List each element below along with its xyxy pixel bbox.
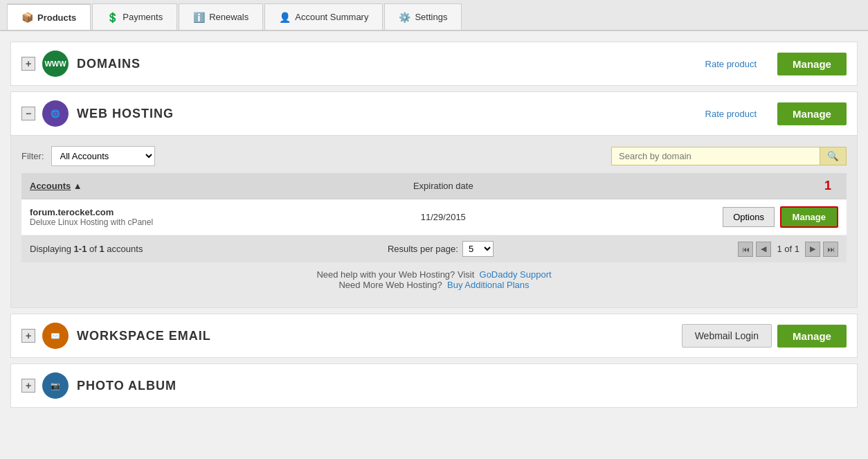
search-container: 🔍 bbox=[162, 147, 847, 165]
options-button[interactable]: Options bbox=[723, 207, 775, 227]
workspace-section: + ✉️ WORKSPACE EMAIL Webmail Login Manag… bbox=[10, 314, 858, 358]
results-per-page: Results per page: 5 10 25 50 bbox=[388, 241, 494, 257]
search-button[interactable]: 🔍 bbox=[820, 147, 846, 165]
godaddy-support-link[interactable]: GoDaddy Support bbox=[480, 269, 552, 280]
webhosting-rate-link[interactable]: Rate product bbox=[705, 109, 757, 119]
tab-products[interactable]: 📦 Products bbox=[7, 3, 91, 30]
filter-label: Filter: bbox=[21, 151, 44, 161]
filter-bar: Filter: All Accounts Active Expired Pend… bbox=[21, 146, 847, 166]
page-nav: ⏮ ◀ 1 of 1 ▶ ⏭ bbox=[738, 242, 838, 257]
pagination-bar: Displaying 1-1 of 1 accounts Results per… bbox=[21, 235, 847, 262]
photoalbum-name: PHOTO ALBUM bbox=[77, 379, 847, 393]
domains-manage-button[interactable]: Manage bbox=[777, 53, 847, 75]
next-page-button[interactable]: ▶ bbox=[805, 242, 820, 257]
webhosting-logo: 🌐 bbox=[42, 100, 69, 127]
domains-rate-link[interactable]: Rate product bbox=[705, 59, 757, 69]
row-count-badge: 1 bbox=[824, 179, 831, 193]
per-page-select[interactable]: 5 10 25 50 bbox=[462, 241, 494, 257]
help-bar: Need help with your Web Hosting? Visit G… bbox=[21, 262, 847, 297]
settings-icon: ⚙️ bbox=[399, 12, 410, 23]
tab-settings[interactable]: ⚙️ Settings bbox=[384, 3, 462, 30]
tabs-bar: 📦 Products 💲 Payments ℹ️ Renewals 👤 Acco… bbox=[0, 0, 868, 31]
tab-payments[interactable]: 💲 Payments bbox=[92, 3, 177, 30]
products-icon: 📦 bbox=[21, 12, 33, 23]
prev-page-button[interactable]: ◀ bbox=[756, 242, 771, 257]
accounts-sort-link[interactable]: Accounts bbox=[30, 181, 71, 191]
tab-account-summary[interactable]: 👤 Account Summary bbox=[264, 3, 383, 30]
main-content: + WWW DOMAINS Rate product Manage − 🌐 WE… bbox=[0, 31, 868, 459]
domain-name: forum.terocket.com bbox=[30, 207, 344, 217]
search-input[interactable] bbox=[612, 147, 820, 165]
hosting-type: Deluxe Linux Hosting with cPanel bbox=[30, 217, 344, 227]
domains-name: DOMAINS bbox=[77, 57, 705, 71]
actions-cell: Options Manage bbox=[534, 199, 847, 235]
domains-toggle[interactable]: + bbox=[21, 57, 35, 71]
domain-cell: forum.terocket.com Deluxe Linux Hosting … bbox=[21, 199, 352, 235]
col-actions: 1 bbox=[534, 173, 847, 199]
photoalbum-logo: 📷 bbox=[42, 372, 69, 399]
page-range: 1-1 bbox=[74, 244, 87, 254]
col-accounts: Accounts ▲ bbox=[21, 173, 352, 199]
search-box: 🔍 bbox=[611, 147, 847, 165]
workspace-header: + ✉️ WORKSPACE EMAIL Webmail Login Manag… bbox=[11, 314, 857, 357]
col-expiration: Expiration date bbox=[352, 173, 534, 199]
workspace-manage-button[interactable]: Manage bbox=[777, 325, 847, 348]
renewals-icon: ℹ️ bbox=[193, 12, 205, 23]
accounts-table: Accounts ▲ Expiration date 1 forum.teroc bbox=[21, 173, 847, 235]
webhosting-manage-button[interactable]: Manage bbox=[777, 102, 847, 125]
workspace-name: WORKSPACE EMAIL bbox=[77, 329, 682, 343]
webhosting-panel: Filter: All Accounts Active Expired Pend… bbox=[11, 135, 857, 307]
photoalbum-header: + 📷 PHOTO ALBUM bbox=[11, 364, 857, 407]
webhosting-name: WEB HOSTING bbox=[77, 107, 705, 121]
help-line1: Need help with your Web Hosting? Visit G… bbox=[28, 269, 840, 280]
page-info: 1 of 1 bbox=[777, 244, 799, 254]
table-row: forum.terocket.com Deluxe Linux Hosting … bbox=[21, 199, 847, 235]
webmail-login-button[interactable]: Webmail Login bbox=[682, 324, 772, 348]
total-count: 1 bbox=[100, 244, 105, 254]
photoalbum-toggle[interactable]: + bbox=[21, 379, 35, 393]
webhosting-section: − 🌐 WEB HOSTING Rate product Manage Filt… bbox=[10, 91, 858, 308]
tab-renewals[interactable]: ℹ️ Renewals bbox=[179, 3, 263, 30]
last-page-button[interactable]: ⏭ bbox=[823, 242, 838, 257]
payments-icon: 💲 bbox=[107, 12, 118, 23]
buy-plans-link[interactable]: Buy Additional Plans bbox=[447, 280, 530, 290]
domains-header: + WWW DOMAINS Rate product Manage bbox=[11, 42, 857, 85]
photoalbum-section: + 📷 PHOTO ALBUM bbox=[10, 363, 858, 408]
expiration-date: 11/29/2015 bbox=[421, 212, 466, 222]
filter-select[interactable]: All Accounts Active Expired Pending bbox=[51, 146, 155, 166]
workspace-toggle[interactable]: + bbox=[21, 329, 35, 343]
first-page-button[interactable]: ⏮ bbox=[738, 242, 753, 257]
workspace-logo: ✉️ bbox=[42, 323, 69, 349]
domains-logo: WWW bbox=[42, 51, 69, 77]
displaying-info: Displaying 1-1 of 1 accounts bbox=[30, 244, 143, 254]
expiration-cell: 11/29/2015 bbox=[352, 199, 534, 235]
account-icon: 👤 bbox=[279, 12, 291, 23]
domains-section: + WWW DOMAINS Rate product Manage bbox=[10, 42, 858, 86]
help-line2: Need More Web Hosting? Buy Additional Pl… bbox=[28, 280, 840, 290]
webhosting-header: − 🌐 WEB HOSTING Rate product Manage bbox=[11, 92, 857, 135]
account-manage-button[interactable]: Manage bbox=[780, 206, 838, 228]
webhosting-toggle[interactable]: − bbox=[21, 107, 35, 120]
